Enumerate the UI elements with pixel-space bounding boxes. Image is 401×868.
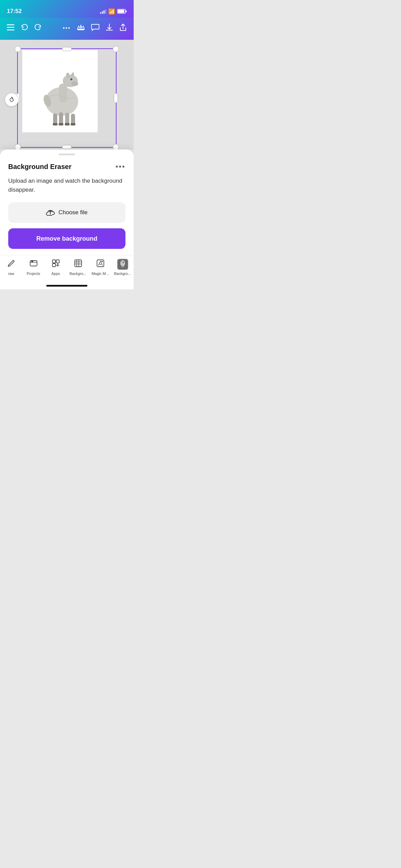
rotate-button[interactable]	[5, 93, 19, 107]
svg-rect-2	[118, 10, 124, 13]
apps-icon	[51, 259, 60, 270]
nav-item-draw[interactable]: raw	[0, 259, 22, 276]
svg-rect-43	[123, 267, 124, 268]
sheet-header: Background Eraser •••	[0, 155, 134, 175]
svg-rect-6	[77, 29, 84, 30]
status-time: 17:52	[7, 8, 22, 15]
handle-top-left[interactable]	[15, 46, 21, 52]
wifi-icon: 📶	[108, 8, 115, 15]
svg-rect-4	[7, 27, 14, 28]
nav-item-backgrounds[interactable]: Backgro...	[67, 259, 89, 276]
magic-label: Magic M...	[92, 272, 109, 276]
status-icons: 📶	[100, 8, 127, 15]
magic-icon	[96, 259, 105, 270]
menu-icon[interactable]	[7, 24, 14, 32]
svg-rect-26	[52, 260, 56, 263]
toolbar-right: •••	[63, 23, 127, 33]
bg-photo-icon	[117, 259, 128, 270]
svg-point-38	[121, 261, 124, 264]
status-bar: 17:52 📶	[0, 0, 134, 18]
top-toolbar: •••	[0, 18, 134, 40]
svg-point-35	[101, 261, 103, 262]
svg-rect-28	[52, 264, 56, 267]
nav-item-bg-photo[interactable]: Backgro...	[111, 259, 134, 276]
svg-rect-40	[121, 265, 122, 268]
redo-icon[interactable]	[34, 24, 42, 33]
svg-rect-24	[30, 261, 37, 266]
selection-box	[17, 48, 117, 148]
crown-icon[interactable]	[77, 24, 85, 33]
battery-icon	[117, 9, 127, 14]
handle-bottom-left[interactable]	[15, 144, 21, 149]
bg-photo-label: Backgro...	[114, 272, 131, 276]
draw-label: raw	[8, 272, 14, 276]
svg-rect-5	[7, 29, 14, 31]
handle-bottom-mid[interactable]	[62, 145, 72, 149]
nav-item-projects[interactable]: Projects	[22, 259, 45, 276]
sheet-title: Background Eraser	[8, 163, 72, 171]
signal-icon	[100, 9, 106, 14]
projects-icon	[29, 259, 38, 270]
svg-rect-29	[75, 260, 82, 267]
sheet-more-button[interactable]: •••	[116, 162, 125, 171]
upload-cloud-icon	[46, 208, 55, 217]
handle-right-mid[interactable]	[114, 93, 118, 103]
backgrounds-label: Backgro...	[70, 272, 87, 276]
choose-file-button[interactable]: Choose file	[8, 202, 125, 223]
svg-rect-42	[121, 267, 122, 268]
download-icon[interactable]	[106, 23, 113, 33]
svg-rect-41	[123, 265, 124, 268]
svg-point-39	[123, 262, 124, 263]
svg-rect-1	[126, 10, 127, 12]
apps-label: Apps	[51, 272, 60, 276]
home-indicator	[46, 285, 87, 287]
projects-label: Projects	[27, 272, 40, 276]
remove-bg-label: Remove background	[36, 235, 97, 242]
chat-icon[interactable]	[91, 24, 99, 33]
toolbar-left	[7, 24, 42, 33]
svg-rect-25	[31, 261, 33, 262]
backgrounds-icon	[74, 259, 83, 270]
svg-rect-3	[7, 24, 14, 25]
nav-item-apps[interactable]: Apps	[45, 259, 67, 276]
more-icon[interactable]: •••	[63, 25, 71, 31]
undo-icon[interactable]	[21, 24, 28, 33]
share-icon[interactable]	[119, 23, 127, 33]
remove-background-button[interactable]: Remove background	[8, 228, 125, 249]
draw-icon	[7, 259, 16, 270]
nav-item-magic[interactable]: Magic M...	[89, 259, 111, 276]
canvas-area	[0, 40, 134, 149]
sheet-description: Upload an image and watch the background…	[0, 175, 134, 202]
handle-bottom-right[interactable]	[113, 144, 119, 149]
svg-rect-27	[56, 260, 59, 263]
bottom-nav: raw Projects Apps	[0, 255, 134, 289]
handle-top-right[interactable]	[113, 46, 119, 52]
choose-file-label: Choose file	[58, 209, 87, 216]
handle-top-mid[interactable]	[62, 47, 72, 51]
